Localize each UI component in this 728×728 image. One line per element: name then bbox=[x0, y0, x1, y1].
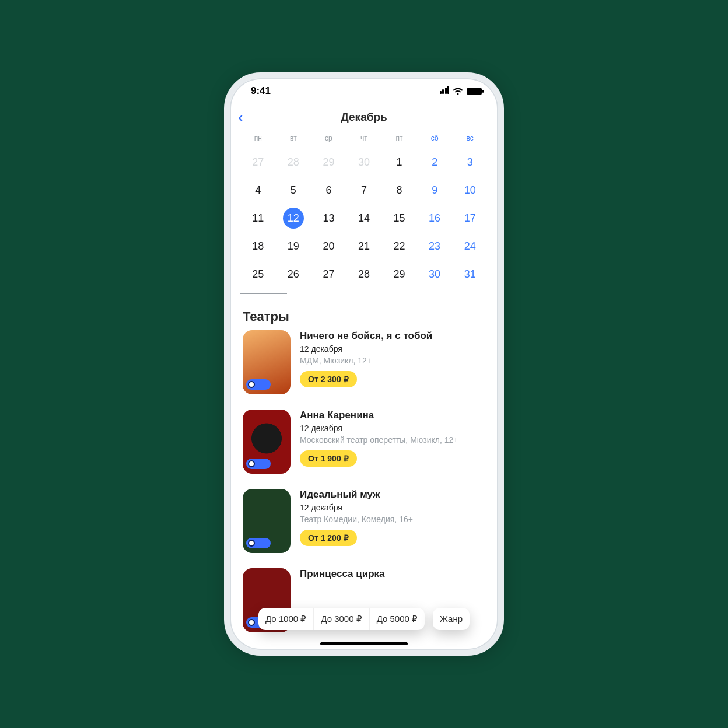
battery-icon bbox=[467, 88, 482, 95]
pushkin-card-icon bbox=[246, 459, 271, 469]
event-title: Анна Каренина bbox=[300, 410, 459, 421]
calendar-day[interactable]: 20 bbox=[311, 232, 346, 260]
calendar-day[interactable]: 31 bbox=[452, 260, 488, 288]
calendar-day[interactable]: 17 bbox=[452, 204, 488, 232]
calendar-day[interactable]: 30 bbox=[346, 148, 382, 176]
calendar-day[interactable]: 13 bbox=[311, 204, 346, 232]
calendar-day[interactable]: 27 bbox=[311, 260, 346, 288]
calendar-day[interactable]: 6 bbox=[311, 176, 346, 204]
calendar-day[interactable]: 29 bbox=[382, 260, 417, 288]
filter-bar: До 1000 ₽ До 3000 ₽ До 5000 ₽ Жанр bbox=[230, 608, 498, 630]
calendar-day[interactable]: 1 bbox=[382, 148, 417, 176]
calendar-day[interactable]: 4 bbox=[240, 176, 276, 204]
calendar-day[interactable]: 14 bbox=[346, 204, 382, 232]
event-date: 12 декабря bbox=[300, 344, 432, 354]
calendar-day[interactable]: 9 bbox=[417, 176, 453, 204]
wifi-icon bbox=[453, 88, 463, 95]
event-date: 12 декабря bbox=[300, 503, 413, 512]
status-time: 9:41 bbox=[251, 85, 271, 97]
calendar-day[interactable]: 5 bbox=[276, 176, 312, 204]
phone-frame: 9:41 ‹ Декабрь пнвтсрчтптсбвс 2728293012… bbox=[224, 72, 504, 656]
dow-label: пт bbox=[382, 134, 417, 148]
pushkin-card-icon bbox=[246, 379, 271, 390]
calendar-day[interactable]: 15 bbox=[382, 204, 417, 232]
event-title: Идеальный муж bbox=[300, 489, 413, 501]
calendar-day[interactable]: 23 bbox=[417, 232, 453, 260]
event-date: 12 декабря bbox=[300, 424, 459, 433]
filter-genre[interactable]: Жанр bbox=[433, 608, 470, 630]
status-bar: 9:41 bbox=[230, 78, 498, 104]
calendar-day[interactable]: 26 bbox=[276, 260, 312, 288]
section-title: Театры bbox=[230, 294, 498, 330]
calendar-day[interactable]: 12 bbox=[276, 204, 312, 232]
event-title: Принцесса цирка bbox=[300, 568, 385, 580]
event-meta: Московский театр оперетты, Мюзикл, 12+ bbox=[300, 435, 459, 444]
calendar-day[interactable]: 29 bbox=[311, 148, 346, 176]
calendar-day[interactable]: 18 bbox=[240, 232, 276, 260]
calendar-day[interactable]: 24 bbox=[452, 232, 488, 260]
dow-label: вс bbox=[452, 134, 488, 148]
event-meta: Театр Комедии, Комедия, 16+ bbox=[300, 514, 413, 524]
price-filter-group: До 1000 ₽ До 3000 ₽ До 5000 ₽ bbox=[258, 608, 425, 630]
calendar-day[interactable]: 11 bbox=[240, 204, 276, 232]
calendar-day[interactable]: 8 bbox=[382, 176, 417, 204]
filter-price-3000[interactable]: До 3000 ₽ bbox=[314, 608, 369, 630]
event-meta: МДМ, Мюзикл, 12+ bbox=[300, 356, 432, 365]
event-price[interactable]: От 1 900 ₽ bbox=[300, 450, 357, 467]
dow-label: сб bbox=[417, 134, 453, 148]
event-thumbnail bbox=[243, 489, 290, 553]
calendar-day[interactable]: 28 bbox=[276, 148, 312, 176]
event-thumbnail bbox=[243, 330, 290, 394]
pushkin-card-icon bbox=[246, 538, 271, 548]
cellular-icon bbox=[439, 85, 449, 97]
calendar-day[interactable]: 19 bbox=[276, 232, 312, 260]
calendar-day[interactable]: 16 bbox=[417, 204, 453, 232]
calendar: пнвтсрчтптсбвс 2728293012345678910111213… bbox=[230, 131, 498, 288]
filter-price-1000[interactable]: До 1000 ₽ bbox=[258, 608, 314, 630]
calendar-day[interactable]: 10 bbox=[452, 176, 488, 204]
calendar-day[interactable]: 3 bbox=[452, 148, 488, 176]
calendar-day[interactable]: 22 bbox=[382, 232, 417, 260]
home-indicator bbox=[320, 642, 408, 645]
dow-label: ср bbox=[311, 134, 346, 148]
event-price[interactable]: От 1 200 ₽ bbox=[300, 530, 357, 546]
calendar-day[interactable]: 27 bbox=[240, 148, 276, 176]
filter-price-5000[interactable]: До 5000 ₽ bbox=[370, 608, 425, 630]
event-price[interactable]: От 2 300 ₽ bbox=[300, 371, 357, 387]
dow-label: вт bbox=[276, 134, 312, 148]
event-card[interactable]: Анна Каренина12 декабряМосковский театр … bbox=[243, 410, 485, 474]
dow-label: пн bbox=[240, 134, 276, 148]
calendar-day[interactable]: 25 bbox=[240, 260, 276, 288]
calendar-day[interactable]: 7 bbox=[346, 176, 382, 204]
calendar-day[interactable]: 30 bbox=[417, 260, 453, 288]
event-card[interactable]: Идеальный муж12 декабряТеатр Комедии, Ко… bbox=[243, 489, 485, 553]
event-title: Ничего не бойся, я с тобой bbox=[300, 330, 432, 342]
event-thumbnail bbox=[243, 410, 290, 474]
calendar-day[interactable]: 21 bbox=[346, 232, 382, 260]
calendar-day[interactable]: 28 bbox=[346, 260, 382, 288]
page-title: Декабрь bbox=[230, 111, 498, 124]
event-card[interactable]: Ничего не бойся, я с тобой12 декабряМДМ,… bbox=[243, 330, 485, 394]
dow-label: чт bbox=[346, 134, 382, 148]
calendar-day[interactable]: 2 bbox=[417, 148, 453, 176]
